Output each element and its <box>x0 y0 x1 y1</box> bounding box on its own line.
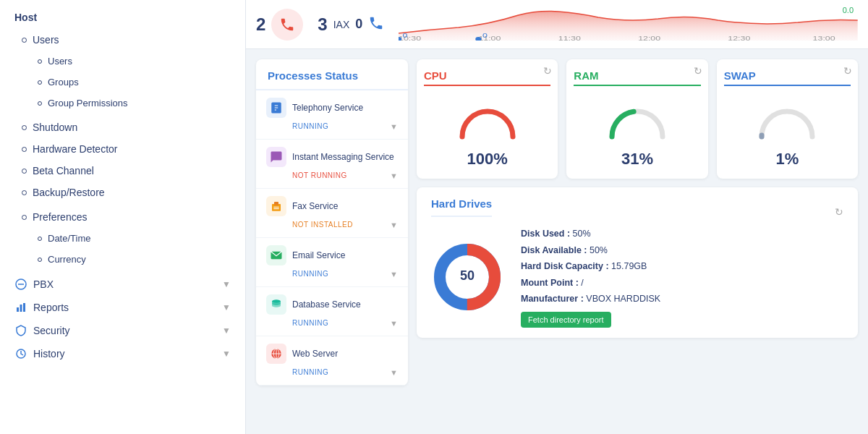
email-icon <box>266 245 286 265</box>
swap-title: SWAP <box>724 69 851 86</box>
database-chevron-icon[interactable]: ▼ <box>390 319 398 328</box>
webserver-chevron-icon[interactable]: ▼ <box>390 368 398 377</box>
webserver-icon <box>266 344 286 364</box>
history-chevron-icon: ▼ <box>222 349 231 359</box>
cpu-gauge <box>455 93 520 144</box>
process-status-title: Processes Status <box>256 59 408 90</box>
reports-chevron-icon: ▼ <box>222 302 231 312</box>
email-chevron-icon[interactable]: ▼ <box>390 270 398 278</box>
telephony-chevron-icon[interactable]: ▼ <box>390 122 398 131</box>
sidebar-item-users[interactable]: Users <box>0 29 245 51</box>
metrics-row: ↻ CPU 100% ↻ RAM <box>417 59 858 179</box>
sidebar-section-preferences: Preferences Date/Time Currency <box>0 203 245 273</box>
sidebar-item-shutdown[interactable]: Shutdown <box>0 116 245 138</box>
sidebar-backup-label: Backup/Restore <box>33 187 105 198</box>
users-dot <box>22 38 27 43</box>
svg-text:12:00: 12:00 <box>638 35 660 41</box>
reports-icon <box>14 302 27 313</box>
group-permissions-dot <box>38 101 42 106</box>
sidebar-users-sub-label: Users <box>48 56 72 67</box>
telephony-footer: RUNNING ▼ <box>266 121 398 132</box>
swap-value: 1% <box>775 150 799 169</box>
disk-used-value: 50% <box>573 229 591 239</box>
sidebar-item-reports[interactable]: Reports ▼ <box>0 296 245 319</box>
iax-value: 0 <box>355 17 362 32</box>
sidebar-item-pbx[interactable]: PBX ▼ <box>0 273 245 296</box>
sidebar-item-currency[interactable]: Currency <box>0 249 245 270</box>
swap-card: ↻ SWAP 1% <box>717 59 858 179</box>
sidebar-item-users-sub[interactable]: Users <box>0 51 245 72</box>
shutdown-dot <box>22 125 27 130</box>
sidebar-item-groups[interactable]: Groups <box>0 72 245 93</box>
main-content: 2 3 IAX 0 0.0 <box>246 0 868 434</box>
pbx-icon <box>14 278 27 290</box>
sidebar-item-preferences[interactable]: Preferences <box>0 206 245 228</box>
disk-manufacturer-row: Manufacturer : VBOX HARDDISK <box>521 291 660 307</box>
telephony-icon <box>266 98 286 118</box>
process-item-telephony: Telephony Service RUNNING ▼ <box>256 90 408 140</box>
fax-header: Fax Service <box>266 196 398 216</box>
fax-chevron-icon[interactable]: ▼ <box>390 221 398 229</box>
svg-rect-2 <box>17 307 19 312</box>
sidebar-shutdown-label: Shutdown <box>33 122 77 133</box>
disk-mount-value: / <box>581 278 583 288</box>
sidebar-section-users: Users Users Groups Group Permissions <box>0 26 245 116</box>
email-footer: RUNNING ▼ <box>266 268 398 279</box>
svg-text:13:00: 13:00 <box>813 35 835 41</box>
fetch-directory-button[interactable]: Fetch directory report <box>521 312 611 328</box>
cpu-card: ↻ CPU 100% <box>417 59 558 179</box>
sidebar-item-backup-restore[interactable]: Backup/Restore <box>0 182 245 203</box>
cpu-refresh-icon[interactable]: ↻ <box>543 65 552 77</box>
process-item-fax: Fax Service NOT INSTALLED ▼ <box>256 189 408 238</box>
svg-rect-3 <box>20 305 22 312</box>
currency-dot <box>38 258 42 262</box>
sidebar-groups-label: Groups <box>48 77 79 88</box>
database-header: Database Service <box>266 294 398 315</box>
svg-text:12:30: 12:30 <box>728 35 751 41</box>
phone-icon-1 <box>271 9 303 41</box>
users-sub-dot <box>38 59 42 64</box>
hd-refresh-icon[interactable]: ↻ <box>835 206 843 218</box>
calls-graph: 0.0 10:30 11:00 11:30 12:00 12:30 13:00 <box>399 4 858 44</box>
sidebar-item-hardware-detector[interactable]: Hardware Detector <box>0 138 245 160</box>
sidebar-hardware-label: Hardware Detector <box>33 143 118 155</box>
database-icon <box>266 294 286 315</box>
cpu-value: 100% <box>467 150 508 169</box>
ram-card: ↻ RAM 31% <box>566 59 707 179</box>
process-status-card: Processes Status Telephony Service RUNNI… <box>256 59 408 386</box>
sidebar-pbx-label: PBX <box>33 278 54 290</box>
email-name: Email Service <box>292 250 398 260</box>
iax-phone-icon <box>368 15 384 34</box>
disk-available-value: 50% <box>590 245 608 255</box>
sidebar-item-group-permissions[interactable]: Group Permissions <box>0 93 245 114</box>
disk-used-row: Disk Used : 50% <box>521 226 660 242</box>
messaging-footer: NOT RUNNING ▼ <box>266 170 398 181</box>
history-icon <box>14 348 27 359</box>
email-status: RUNNING <box>266 268 328 279</box>
telephony-name: Telephony Service <box>292 103 398 113</box>
call-count-1: 2 <box>256 9 303 41</box>
sidebar-datetime-label: Date/Time <box>48 233 90 244</box>
messaging-header: Instant Messaging Service <box>266 147 398 167</box>
sidebar-item-history[interactable]: History ▼ <box>0 342 245 365</box>
process-item-messaging: Instant Messaging Service NOT RUNNING ▼ <box>256 140 408 189</box>
telephony-header: Telephony Service <box>266 98 398 118</box>
disk-capacity-value: 15.79GB <box>611 261 647 271</box>
ram-refresh-icon[interactable]: ↻ <box>694 65 702 77</box>
svg-rect-4 <box>23 303 25 312</box>
security-chevron-icon: ▼ <box>222 326 231 336</box>
sidebar-group-permissions-label: Group Permissions <box>48 98 128 109</box>
pbx-chevron-icon: ▼ <box>222 279 231 289</box>
messaging-chevron-icon[interactable]: ▼ <box>390 171 398 180</box>
sidebar-item-security[interactable]: Security ▼ <box>0 319 245 342</box>
swap-refresh-icon[interactable]: ↻ <box>843 65 852 77</box>
svg-rect-23 <box>273 208 279 209</box>
graph-svg: 10:30 11:00 11:30 12:00 12:30 13:00 0 0 <box>399 4 858 41</box>
sidebar-reports-label: Reports <box>33 302 69 313</box>
hd-info: Disk Used : 50% Disk Available : 50% Har… <box>521 226 660 328</box>
email-header: Email Service <box>266 245 398 265</box>
svg-rect-21 <box>274 202 278 205</box>
fax-footer: NOT INSTALLED ▼ <box>266 219 398 230</box>
sidebar-item-datetime[interactable]: Date/Time <box>0 228 245 249</box>
sidebar-item-beta-channel[interactable]: Beta Channel <box>0 160 245 182</box>
